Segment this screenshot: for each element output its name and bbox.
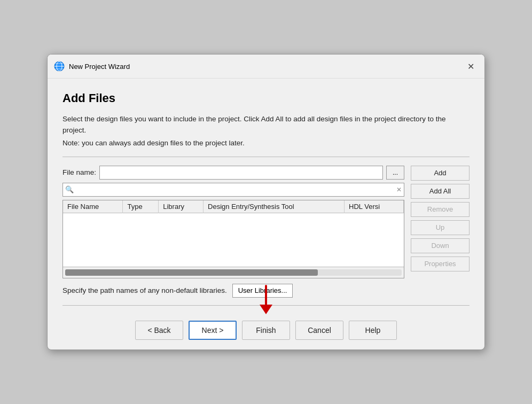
- arrow-annotation: [255, 283, 277, 315]
- close-button[interactable]: ✕: [463, 59, 478, 74]
- wizard-icon: [54, 61, 65, 72]
- up-button[interactable]: Up: [411, 220, 470, 235]
- clear-icon[interactable]: ✕: [396, 186, 402, 193]
- scrollbar-thumb: [65, 269, 318, 276]
- libraries-text: Specify the path names of any non-defaul…: [62, 286, 227, 294]
- file-table-wrapper: File Name Type Library Design Entry/Synt…: [62, 200, 404, 278]
- browse-button[interactable]: ...: [386, 166, 404, 180]
- file-right-panel: Add Add All Remove Up Down Properties: [411, 166, 470, 271]
- properties-button[interactable]: Properties: [411, 257, 470, 271]
- add-all-button[interactable]: Add All: [411, 184, 470, 199]
- back-button[interactable]: < Back: [135, 321, 183, 340]
- page-title: Add Files: [62, 91, 470, 105]
- table-body[interactable]: [63, 213, 404, 267]
- titlebar: New Project Wizard ✕: [48, 55, 484, 79]
- cancel-button[interactable]: Cancel: [295, 321, 343, 340]
- col-library: Library: [159, 200, 204, 213]
- dialog-title: New Project Wizard: [69, 63, 459, 71]
- search-input[interactable]: [76, 185, 396, 193]
- remove-button[interactable]: Remove: [411, 202, 470, 217]
- col-design-tool: Design Entry/Synthesis Tool: [204, 200, 345, 213]
- col-hdl-version: HDL Versi: [345, 200, 404, 213]
- file-left-panel: File name: ... 🔍 ✕ File Name: [62, 166, 404, 278]
- description-text: Select the design files you want to incl…: [62, 114, 470, 136]
- col-type: Type: [123, 200, 159, 213]
- file-table: File Name Type Library Design Entry/Synt…: [63, 200, 404, 213]
- svg-marker-6: [260, 305, 272, 314]
- note-text: Note: you can always add design files to…: [62, 139, 470, 147]
- footer: < Back Next > Finish Cancel Help: [48, 321, 484, 349]
- finish-button[interactable]: Finish: [242, 321, 290, 340]
- horizontal-scrollbar[interactable]: [65, 269, 402, 276]
- add-button[interactable]: Add: [411, 166, 470, 181]
- help-button[interactable]: Help: [349, 321, 397, 340]
- scrollbar-row: [63, 267, 404, 278]
- file-area: File name: ... 🔍 ✕ File Name: [62, 166, 470, 278]
- file-name-input[interactable]: [99, 166, 383, 180]
- file-name-row: File name: ...: [62, 166, 404, 180]
- down-button[interactable]: Down: [411, 238, 470, 253]
- file-name-label: File name:: [62, 168, 96, 176]
- dialog-window: New Project Wizard ✕ Add Files Select th…: [47, 54, 485, 350]
- search-row: 🔍 ✕: [62, 183, 404, 197]
- top-separator: [62, 157, 470, 157]
- search-icon: 🔍: [65, 185, 74, 193]
- next-button[interactable]: Next >: [189, 321, 237, 340]
- col-filename: File Name: [63, 200, 123, 213]
